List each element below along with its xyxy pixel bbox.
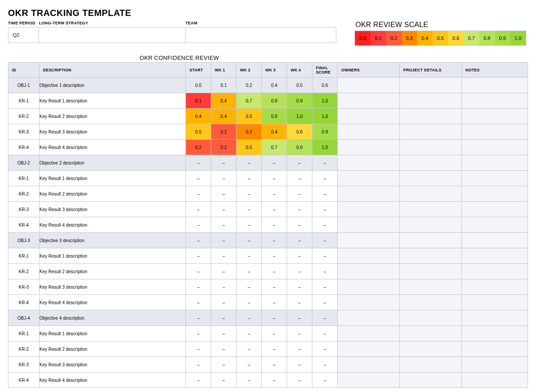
score-cell[interactable]: – xyxy=(312,357,338,372)
long-term-strategy-input[interactable] xyxy=(39,27,185,43)
score-cell[interactable]: 0.9 xyxy=(312,124,338,140)
score-cell[interactable]: – xyxy=(262,171,287,186)
score-cell[interactable]: 0.5 xyxy=(287,78,312,93)
notes-cell[interactable] xyxy=(462,248,528,264)
score-cell[interactable]: – xyxy=(262,279,287,295)
owners-cell[interactable] xyxy=(338,124,400,140)
project-cell[interactable] xyxy=(400,93,462,109)
row-description[interactable]: Key Result 2 description xyxy=(39,341,186,357)
owners-cell[interactable] xyxy=(338,326,400,341)
score-cell[interactable]: – xyxy=(236,248,262,264)
score-cell[interactable]: – xyxy=(312,202,338,217)
owners-cell[interactable] xyxy=(338,310,400,326)
owners-cell[interactable] xyxy=(338,78,400,93)
score-cell[interactable]: 0.9 xyxy=(287,93,312,109)
score-cell[interactable]: – xyxy=(211,233,236,248)
score-cell[interactable]: 1.0 xyxy=(287,109,312,124)
score-cell[interactable]: – xyxy=(186,233,211,248)
score-cell[interactable]: – xyxy=(262,372,287,388)
score-cell[interactable]: – xyxy=(236,295,262,310)
score-cell[interactable]: 0.5 xyxy=(186,124,211,140)
score-cell[interactable]: – xyxy=(211,217,236,233)
project-cell[interactable] xyxy=(400,171,462,186)
row-description[interactable]: Key Result 1 description xyxy=(39,326,186,341)
score-cell[interactable]: 0.4 xyxy=(211,93,236,109)
project-cell[interactable] xyxy=(400,295,462,310)
score-cell[interactable]: – xyxy=(186,248,211,264)
score-cell[interactable]: – xyxy=(211,264,236,279)
project-cell[interactable] xyxy=(400,233,462,248)
score-cell[interactable]: – xyxy=(262,326,287,341)
score-cell[interactable]: 0.6 xyxy=(287,124,312,140)
score-cell[interactable]: – xyxy=(236,310,262,326)
project-cell[interactable] xyxy=(400,248,462,264)
score-cell[interactable]: – xyxy=(236,233,262,248)
owners-cell[interactable] xyxy=(338,186,400,202)
score-cell[interactable]: – xyxy=(287,372,312,388)
score-cell[interactable]: – xyxy=(287,248,312,264)
score-cell[interactable]: – xyxy=(236,186,262,202)
score-cell[interactable]: 0.4 xyxy=(262,78,287,93)
row-description[interactable]: Key Result 3 description xyxy=(39,124,186,140)
score-cell[interactable]: – xyxy=(236,279,262,295)
score-cell[interactable]: – xyxy=(211,372,236,388)
owners-cell[interactable] xyxy=(338,279,400,295)
project-cell[interactable] xyxy=(400,78,462,93)
project-cell[interactable] xyxy=(400,279,462,295)
score-cell[interactable]: 0.6 xyxy=(312,78,338,93)
notes-cell[interactable] xyxy=(462,279,528,295)
score-cell[interactable]: – xyxy=(211,186,236,202)
score-cell[interactable]: – xyxy=(287,326,312,341)
notes-cell[interactable] xyxy=(462,357,528,372)
project-cell[interactable] xyxy=(400,155,462,171)
owners-cell[interactable] xyxy=(338,233,400,248)
project-cell[interactable] xyxy=(400,202,462,217)
score-cell[interactable]: – xyxy=(287,341,312,357)
score-cell[interactable]: – xyxy=(211,341,236,357)
row-description[interactable]: Key Result 4 description xyxy=(39,372,186,388)
score-cell[interactable]: – xyxy=(262,295,287,310)
score-cell[interactable]: – xyxy=(312,233,338,248)
row-description[interactable]: Key Result 4 description xyxy=(39,217,186,233)
score-cell[interactable]: – xyxy=(312,264,338,279)
notes-cell[interactable] xyxy=(462,310,528,326)
score-cell[interactable]: – xyxy=(287,202,312,217)
score-cell[interactable]: – xyxy=(186,326,211,341)
score-cell[interactable]: 1.0 xyxy=(312,140,338,155)
owners-cell[interactable] xyxy=(338,248,400,264)
project-cell[interactable] xyxy=(400,140,462,155)
score-cell[interactable]: 1.0 xyxy=(312,93,338,109)
score-cell[interactable]: – xyxy=(186,295,211,310)
score-cell[interactable]: – xyxy=(186,279,211,295)
score-cell[interactable]: – xyxy=(262,310,287,326)
score-cell[interactable]: 0.1 xyxy=(211,78,236,93)
row-description[interactable]: Objective 4 description xyxy=(39,310,186,326)
notes-cell[interactable] xyxy=(462,155,528,171)
score-cell[interactable]: – xyxy=(287,155,312,171)
row-description[interactable]: Key Result 1 description xyxy=(39,171,186,186)
score-cell[interactable]: – xyxy=(186,155,211,171)
row-description[interactable]: Objective 2 description xyxy=(39,155,186,171)
owners-cell[interactable] xyxy=(338,171,400,186)
notes-cell[interactable] xyxy=(462,264,528,279)
score-cell[interactable]: – xyxy=(287,171,312,186)
score-cell[interactable]: – xyxy=(236,326,262,341)
score-cell[interactable]: – xyxy=(262,248,287,264)
notes-cell[interactable] xyxy=(462,341,528,357)
score-cell[interactable]: – xyxy=(236,341,262,357)
score-cell[interactable]: – xyxy=(287,217,312,233)
score-cell[interactable]: – xyxy=(287,357,312,372)
owners-cell[interactable] xyxy=(338,372,400,388)
row-description[interactable]: Key Result 3 description xyxy=(39,202,186,217)
score-cell[interactable]: – xyxy=(312,217,338,233)
score-cell[interactable]: – xyxy=(186,341,211,357)
score-cell[interactable]: 0.0 xyxy=(186,78,211,93)
notes-cell[interactable] xyxy=(462,124,528,140)
row-description[interactable]: Key Result 4 description xyxy=(39,295,186,310)
project-cell[interactable] xyxy=(400,341,462,357)
row-description[interactable]: Objective 3 description xyxy=(39,233,186,248)
score-cell[interactable]: – xyxy=(236,372,262,388)
notes-cell[interactable] xyxy=(462,326,528,341)
score-cell[interactable]: – xyxy=(236,217,262,233)
score-cell[interactable]: – xyxy=(262,357,287,372)
